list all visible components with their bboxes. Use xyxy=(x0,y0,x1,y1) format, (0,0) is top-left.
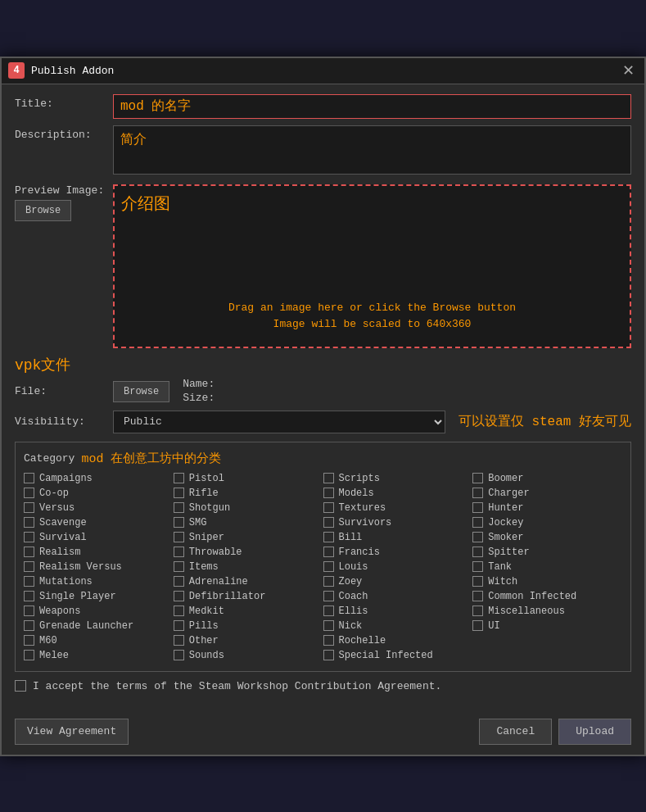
defibrillator-checkbox[interactable] xyxy=(174,591,184,601)
list-item: Survival xyxy=(24,530,174,545)
close-button[interactable]: ✕ xyxy=(618,61,638,80)
nick-checkbox[interactable] xyxy=(323,620,334,631)
visibility-row: Visibility: Public Friends Only Private … xyxy=(15,411,631,433)
witch-label: Witch xyxy=(488,576,517,587)
francis-checkbox[interactable] xyxy=(323,547,334,557)
category-hint: mod 在创意工坊中的分类 xyxy=(81,451,221,466)
sniper-checkbox[interactable] xyxy=(174,532,184,542)
preview-scale-hint: Image will be scaled to 640x360 xyxy=(115,318,630,330)
textures-checkbox[interactable] xyxy=(323,502,334,513)
upload-button[interactable]: Upload xyxy=(558,719,631,745)
charger-checkbox[interactable] xyxy=(472,488,483,498)
preview-drag-hint: Drag an image here or click the Browse b… xyxy=(115,302,630,314)
visibility-select[interactable]: Public Friends Only Private xyxy=(113,411,445,433)
common-infected-checkbox[interactable] xyxy=(472,591,483,601)
list-item: Louis xyxy=(323,560,473,574)
name-label: Name: xyxy=(183,378,224,390)
smg-checkbox[interactable] xyxy=(174,517,184,528)
name-row: Name: xyxy=(183,378,631,390)
witch-checkbox[interactable] xyxy=(472,576,483,587)
ui-checkbox[interactable] xyxy=(472,620,483,631)
file-browse-button[interactable]: Browse xyxy=(113,381,169,402)
survival-checkbox[interactable] xyxy=(24,532,34,542)
scavenge-label: Scavenge xyxy=(39,517,87,528)
weapons-checkbox[interactable] xyxy=(24,606,34,616)
versus-checkbox[interactable] xyxy=(24,502,34,513)
medkit-checkbox[interactable] xyxy=(174,606,184,616)
realism-checkbox[interactable] xyxy=(24,547,34,557)
grenade-launcher-checkbox[interactable] xyxy=(24,620,34,631)
cancel-button[interactable]: Cancel xyxy=(479,719,552,745)
common-infected-label: Common Infected xyxy=(488,591,576,602)
list-item: Smoker xyxy=(472,530,622,545)
spitter-checkbox[interactable] xyxy=(472,547,483,557)
smoker-checkbox[interactable] xyxy=(472,532,483,542)
list-item: M60 xyxy=(24,633,174,648)
hunter-checkbox[interactable] xyxy=(472,502,483,513)
pills-label: Pills xyxy=(189,620,219,632)
coach-checkbox[interactable] xyxy=(323,591,334,601)
bill-checkbox[interactable] xyxy=(323,532,334,542)
campaigns-checkbox[interactable] xyxy=(24,473,34,483)
publish-addon-window: 4 Publish Addon ✕ Title: Description: 简介… xyxy=(0,57,646,756)
scripts-checkbox[interactable] xyxy=(323,473,334,483)
list-item: Versus xyxy=(24,501,174,515)
models-checkbox[interactable] xyxy=(323,488,334,498)
m60-checkbox[interactable] xyxy=(24,635,34,646)
shotgun-checkbox[interactable] xyxy=(174,502,184,513)
survivors-checkbox[interactable] xyxy=(323,517,334,528)
list-item: Jockey xyxy=(472,515,622,530)
description-input[interactable]: 简介 xyxy=(113,125,631,175)
pills-checkbox[interactable] xyxy=(174,620,184,631)
spitter-label: Spitter xyxy=(488,547,529,558)
preview-browse-button[interactable]: Browse xyxy=(15,200,71,221)
preview-image-box[interactable]: 介绍图 Drag an image here or click the Brow… xyxy=(113,184,631,348)
other-checkbox[interactable] xyxy=(174,635,184,646)
list-item: Common Infected xyxy=(472,589,622,604)
ellis-checkbox[interactable] xyxy=(323,606,334,616)
coop-label: Co-op xyxy=(39,488,69,499)
melee-checkbox[interactable] xyxy=(24,650,34,660)
agreement-row: I accept the terms of the Steam Workshop… xyxy=(15,680,631,692)
description-label: Description: xyxy=(15,125,113,141)
list-item: Adrenaline xyxy=(174,574,323,589)
pistol-checkbox[interactable] xyxy=(174,473,184,483)
agreement-checkbox[interactable] xyxy=(15,680,26,692)
realism-versus-label: Realism Versus xyxy=(39,561,122,573)
view-agreement-button[interactable]: View Agreement xyxy=(15,719,129,745)
list-item: Rifle xyxy=(174,486,323,501)
mutations-checkbox[interactable] xyxy=(24,576,34,587)
sounds-checkbox[interactable] xyxy=(174,650,184,660)
rochelle-checkbox[interactable] xyxy=(323,635,334,646)
scripts-label: Scripts xyxy=(339,473,380,484)
category-col3: Scripts Models Textures Survivors Bill F… xyxy=(323,471,473,663)
title-input[interactable] xyxy=(113,94,631,119)
throwable-label: Throwable xyxy=(189,547,242,558)
list-item: Francis xyxy=(323,545,473,560)
list-item: Other xyxy=(174,633,323,648)
adrenaline-checkbox[interactable] xyxy=(174,576,184,587)
jockey-checkbox[interactable] xyxy=(472,517,483,528)
list-item: Coach xyxy=(323,589,473,604)
list-item: Scripts xyxy=(323,471,473,486)
boomer-checkbox[interactable] xyxy=(472,473,483,483)
category-grid: Campaigns Co-op Versus Scavenge Survival… xyxy=(24,471,622,663)
throwable-checkbox[interactable] xyxy=(174,547,184,557)
title-label: Title: xyxy=(15,94,113,110)
special-infected-checkbox[interactable] xyxy=(323,650,334,660)
louis-checkbox[interactable] xyxy=(323,561,334,572)
boomer-label: Boomer xyxy=(488,473,523,484)
rifle-checkbox[interactable] xyxy=(174,488,184,498)
list-item: Melee xyxy=(24,648,174,663)
coop-checkbox[interactable] xyxy=(24,488,34,498)
miscellaneous-checkbox[interactable] xyxy=(472,606,483,616)
single-player-checkbox[interactable] xyxy=(24,591,34,601)
list-item: UI xyxy=(472,619,622,633)
tank-checkbox[interactable] xyxy=(472,561,483,572)
list-item: Bill xyxy=(323,530,473,545)
window-title: Publish Addon xyxy=(31,65,618,77)
zoey-checkbox[interactable] xyxy=(323,576,334,587)
realism-versus-checkbox[interactable] xyxy=(24,561,34,572)
items-checkbox[interactable] xyxy=(174,561,184,572)
scavenge-checkbox[interactable] xyxy=(24,517,34,528)
